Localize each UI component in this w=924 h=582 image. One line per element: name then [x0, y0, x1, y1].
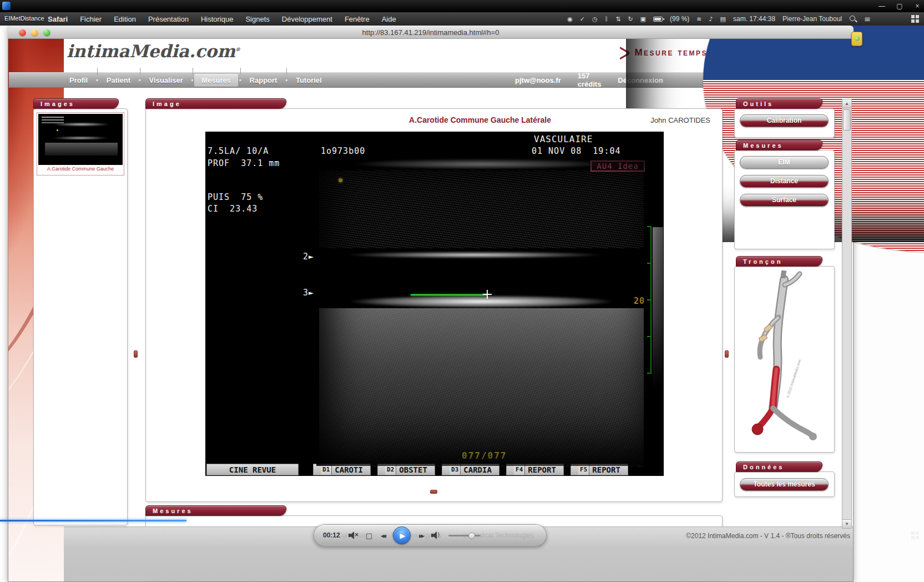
logout-link[interactable]: Déconnexion: [618, 76, 663, 84]
playback-time: 00:12: [323, 531, 340, 539]
battery-icon[interactable]: [653, 17, 663, 22]
menu-signets[interactable]: Signets: [245, 15, 269, 23]
us-datetime: 01 NOV 08 19:04: [532, 146, 621, 156]
player-title: EIMetDistance: [4, 15, 44, 22]
menu-historique[interactable]: Historique: [201, 15, 234, 23]
measurement-line[interactable]: [411, 294, 487, 295]
forward-button[interactable]: ▸▸: [419, 531, 423, 540]
carotid-artery-diagram[interactable]: © 2012 IntimaMedia.com: [741, 270, 829, 448]
player-maximize-button[interactable]: ▢: [892, 1, 907, 11]
volume-speaker-icon[interactable]: ⟩: [431, 531, 440, 539]
softkey-cine-revue[interactable]: CINE REVUE: [206, 464, 299, 475]
player-close-button[interactable]: ×: [910, 1, 924, 11]
tab-donnees[interactable]: Données: [736, 461, 822, 472]
fullscreen-grid-icon[interactable]: [911, 531, 919, 539]
bluetooth-icon[interactable]: ᛒ: [605, 16, 609, 23]
softkey-obstet[interactable]: D2OBSTET: [377, 464, 435, 475]
tab-images[interactable]: Images: [33, 98, 119, 109]
image-thumbnail-item[interactable]: A.Carotide Commune Gauche: [37, 112, 124, 175]
notification-center-icon[interactable]: ≡: [864, 14, 871, 23]
check-icon[interactable]: ✓: [580, 16, 585, 23]
menubar-menus: Safari Fichier Edition Présentation Hist…: [48, 12, 396, 26]
distance-button[interactable]: Distance: [740, 175, 829, 188]
menu-aide[interactable]: Aide: [382, 15, 396, 23]
scroll-up-button[interactable]: ▲: [842, 99, 851, 108]
softkey-caroti[interactable]: D1CAROTI: [313, 464, 371, 475]
display-icon[interactable]: ▣: [640, 16, 646, 23]
menubar-user[interactable]: Pierre-Jean Touboul: [782, 15, 842, 23]
echo-vessel-far-wall: [319, 294, 644, 309]
softkey-report-f4[interactable]: F4REPORT: [506, 464, 564, 475]
us-power-label: PUIS 75 %: [208, 192, 263, 202]
volume-slider[interactable]: [448, 535, 481, 536]
us-softkeys: CINE REVUE D1CAROTI D2OBSTET D3CARDIA F4…: [206, 464, 663, 475]
scroll-down-button[interactable]: ▼: [842, 519, 851, 528]
clock-icon[interactable]: ◷: [592, 16, 598, 23]
echo-tissue: [319, 170, 644, 248]
nav-item-rapport[interactable]: Rapport: [243, 74, 285, 87]
tab-mesures-bottom[interactable]: Mesures: [145, 505, 286, 516]
play-button[interactable]: ▶: [393, 526, 411, 544]
thumbnail-caption: A.Carotide Commune Gauche: [38, 166, 123, 172]
us-marker-2: 2►: [303, 252, 314, 262]
wifi-icon[interactable]: ≋: [696, 16, 701, 23]
status-dot-icon[interactable]: ◉: [567, 16, 573, 23]
frame-counter: 077/077: [462, 450, 507, 461]
menubar-clock[interactable]: sam. 17:44:38: [733, 15, 775, 23]
ultrasound-image[interactable]: VASCULAIRE 7.5LA/ 10/A 1o973b00 01 NOV 0…: [205, 132, 664, 476]
softkey-report-f5[interactable]: F5REPORT: [570, 464, 628, 475]
eim-button[interactable]: EIM: [740, 156, 829, 169]
nav-item-tutoriel[interactable]: Tutoriel: [289, 74, 329, 87]
player-app-icon: [2, 2, 11, 10]
menu-presentation[interactable]: Présentation: [148, 15, 189, 23]
scrollbar-thumb[interactable]: [843, 109, 851, 131]
menu-fichier[interactable]: Fichier: [80, 15, 102, 23]
surface-button[interactable]: Surface: [740, 194, 829, 207]
nav-item-visualiser[interactable]: Visualiser: [142, 74, 190, 87]
left-splitter-grip[interactable]: [134, 350, 138, 358]
notification-badge-icon[interactable]: [851, 32, 862, 46]
patient-name: John CAROTIDES: [622, 116, 710, 124]
measurement-cursor[interactable]: [483, 290, 492, 299]
mute-icon[interactable]: ✕: [349, 531, 357, 539]
tile-view-icon[interactable]: [911, 15, 919, 23]
mac-menubar: Safari Fichier Edition Présentation Hist…: [0, 12, 924, 26]
player-minimize-button[interactable]: —: [875, 1, 889, 11]
tab-outils[interactable]: Outils: [736, 98, 822, 109]
ultrasound-thumbnail[interactable]: [38, 114, 123, 165]
account-email: pjtw@noos.fr: [515, 76, 561, 84]
us-preset-badge: AU4 Idea: [590, 160, 645, 172]
content-scrollbar[interactable]: ▲ ▼: [842, 99, 852, 529]
us-exam-id: 1o973b00: [321, 146, 365, 156]
rewind-button[interactable]: ◂◂: [381, 531, 385, 540]
nav-item-profil[interactable]: Profil: [62, 74, 95, 87]
menu-developpement[interactable]: Développement: [282, 15, 332, 23]
menu-fenetre[interactable]: Fenêtre: [345, 15, 370, 23]
calibration-button[interactable]: Calibration: [740, 114, 829, 127]
grayscale-bar: [653, 227, 663, 388]
url-text: http://83.167.41.219/intimamedia.html#h=…: [8, 28, 854, 37]
tab-troncon[interactable]: Tronçon: [736, 256, 822, 267]
spotlight-search-icon[interactable]: [849, 15, 857, 23]
player-titlebar: — ▢ ×: [0, 0, 924, 12]
softkey-cardia[interactable]: D3CARDIA: [442, 464, 499, 475]
us-mode-label: VASCULAIRE: [534, 134, 593, 144]
troncon-credit: © 2012 IntimaMedia.com: [785, 359, 801, 398]
nav-item-patient[interactable]: Patient: [99, 74, 138, 87]
us-marker-3: 3►: [303, 288, 314, 298]
updown-arrows-icon[interactable]: ⇅: [615, 16, 620, 23]
menu-edition[interactable]: Edition: [114, 15, 136, 23]
tab-image[interactable]: Image: [145, 98, 286, 109]
battery-percent: (99 %): [670, 15, 689, 23]
sync-icon[interactable]: ↻: [628, 16, 633, 23]
nav-item-mesures[interactable]: Mesures: [194, 74, 238, 87]
volume-icon[interactable]: ♪: [709, 16, 713, 23]
stop-button[interactable]: □: [366, 531, 372, 540]
right-splitter-grip[interactable]: [725, 350, 729, 358]
bottom-splitter-grip[interactable]: [430, 490, 437, 494]
menu-safari[interactable]: Safari: [48, 15, 68, 23]
video-progress-bar[interactable]: [0, 520, 186, 521]
calendar-icon[interactable]: ▤: [720, 16, 726, 23]
all-measures-button[interactable]: Toutes les mesures: [740, 478, 829, 491]
tab-mesures[interactable]: Mesures: [736, 140, 822, 150]
